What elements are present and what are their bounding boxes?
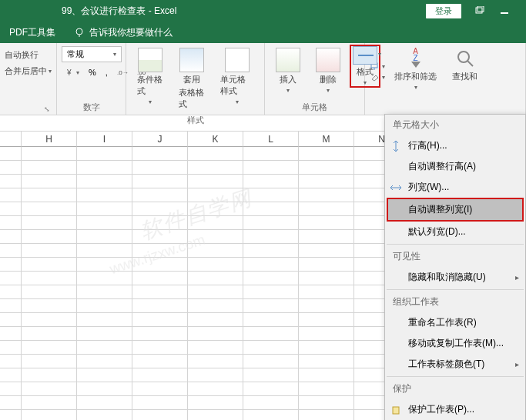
grid-cell[interactable] — [22, 230, 77, 244]
percent-button[interactable]: % — [85, 65, 100, 79]
grid-cell[interactable] — [132, 341, 188, 355]
grid-cell[interactable] — [243, 188, 299, 202]
grid-cell[interactable] — [188, 396, 243, 410]
row-header[interactable] — [0, 188, 22, 202]
grid-cell[interactable] — [188, 382, 243, 396]
grid-cell[interactable] — [188, 175, 243, 188]
select-all-corner[interactable] — [0, 132, 22, 147]
grid-cell[interactable] — [299, 327, 354, 341]
grid-cell[interactable] — [22, 285, 77, 299]
grid-cell[interactable] — [132, 147, 188, 161]
grid-cell[interactable] — [188, 299, 243, 313]
comma-button[interactable]: , — [102, 65, 112, 79]
find-select-button[interactable]: 查找和 — [446, 45, 484, 85]
grid-cell[interactable] — [77, 327, 132, 341]
grid-cell[interactable] — [132, 216, 188, 230]
delete-button[interactable]: 删除 ▾ — [310, 45, 347, 97]
grid-cell[interactable] — [299, 313, 354, 327]
row-header[interactable] — [0, 202, 22, 216]
minimize-icon[interactable] — [498, 5, 511, 16]
grid-cell[interactable] — [22, 188, 77, 202]
grid-cell[interactable] — [77, 147, 132, 161]
row-header[interactable] — [0, 244, 22, 258]
grid-cell[interactable] — [132, 175, 188, 188]
login-button[interactable]: 登录 — [426, 4, 461, 18]
grid-cell[interactable] — [77, 355, 132, 368]
row-header[interactable] — [0, 299, 22, 313]
grid-cell[interactable] — [132, 299, 188, 313]
row-header[interactable] — [0, 216, 22, 230]
grid-cell[interactable] — [188, 161, 243, 175]
grid-cell[interactable] — [132, 410, 188, 420]
row-header[interactable] — [0, 285, 22, 299]
menu-hide-unhide[interactable]: 隐藏和取消隐藏(U) — [385, 267, 525, 288]
row-header[interactable] — [0, 368, 22, 382]
cell-styles-button[interactable]: 单元格样式 ▾ — [214, 45, 260, 108]
dialog-launcher-icon[interactable]: ⤡ — [44, 105, 50, 113]
menu-tab-color[interactable]: 工作表标签颜色(T) — [385, 354, 525, 375]
row-header[interactable] — [0, 355, 22, 368]
pdf-tool-tab[interactable]: PDF工具集 — [9, 26, 55, 39]
grid-cell[interactable] — [132, 368, 188, 382]
row-header[interactable] — [0, 147, 22, 161]
grid-cell[interactable] — [132, 244, 188, 258]
grid-cell[interactable] — [188, 313, 243, 327]
grid-cell[interactable] — [188, 244, 243, 258]
grid-cell[interactable] — [243, 202, 299, 216]
grid-cell[interactable] — [188, 410, 243, 420]
grid-cell[interactable] — [77, 410, 132, 420]
grid-cell[interactable] — [77, 188, 132, 202]
grid-cell[interactable] — [132, 327, 188, 341]
grid-cell[interactable] — [299, 147, 354, 161]
grid-cell[interactable] — [188, 285, 243, 299]
grid-cell[interactable] — [132, 161, 188, 175]
grid-cell[interactable] — [77, 216, 132, 230]
grid-cell[interactable] — [299, 368, 354, 382]
column-header[interactable]: J — [132, 132, 188, 147]
grid-cell[interactable] — [77, 258, 132, 272]
grid-cell[interactable] — [243, 313, 299, 327]
grid-cell[interactable] — [299, 230, 354, 244]
grid-cell[interactable] — [188, 216, 243, 230]
grid-cell[interactable] — [22, 202, 77, 216]
sort-filter-button[interactable]: AZ 排序和筛选 ▾ — [388, 45, 443, 94]
grid-cell[interactable] — [77, 161, 132, 175]
grid-cell[interactable] — [132, 188, 188, 202]
column-header[interactable]: H — [22, 132, 77, 147]
grid-cell[interactable] — [132, 285, 188, 299]
row-header[interactable] — [0, 175, 22, 188]
grid-cell[interactable] — [22, 313, 77, 327]
grid-cell[interactable] — [77, 175, 132, 188]
column-header[interactable]: L — [243, 132, 299, 147]
grid-cell[interactable] — [243, 244, 299, 258]
grid-cell[interactable] — [77, 368, 132, 382]
grid-cell[interactable] — [299, 396, 354, 410]
grid-cell[interactable] — [243, 368, 299, 382]
grid-cell[interactable] — [77, 382, 132, 396]
grid-cell[interactable] — [243, 382, 299, 396]
menu-autofit-column-width[interactable]: 自动调整列宽(I) — [387, 198, 524, 222]
grid-cell[interactable] — [243, 355, 299, 368]
grid-cell[interactable] — [22, 355, 77, 368]
grid-cell[interactable] — [299, 161, 354, 175]
grid-cell[interactable] — [132, 313, 188, 327]
grid-cell[interactable] — [299, 299, 354, 313]
grid-cell[interactable] — [22, 272, 77, 285]
row-header[interactable] — [0, 382, 22, 396]
grid-cell[interactable] — [299, 382, 354, 396]
grid-cell[interactable] — [22, 396, 77, 410]
number-format-dropdown[interactable]: 常规 ▾ — [62, 46, 122, 62]
grid-cell[interactable] — [299, 188, 354, 202]
row-header[interactable] — [0, 410, 22, 420]
grid-cell[interactable] — [188, 147, 243, 161]
grid-cell[interactable] — [77, 313, 132, 327]
conditional-format-button[interactable]: 条件格式 ▾ — [131, 45, 169, 108]
row-header[interactable] — [0, 341, 22, 355]
grid-cell[interactable] — [188, 202, 243, 216]
grid-cell[interactable] — [243, 327, 299, 341]
grid-cell[interactable] — [299, 175, 354, 188]
grid-cell[interactable] — [243, 272, 299, 285]
grid-cell[interactable] — [243, 285, 299, 299]
accounting-format-button[interactable]: ¥▾ — [62, 65, 83, 79]
grid-cell[interactable] — [299, 202, 354, 216]
